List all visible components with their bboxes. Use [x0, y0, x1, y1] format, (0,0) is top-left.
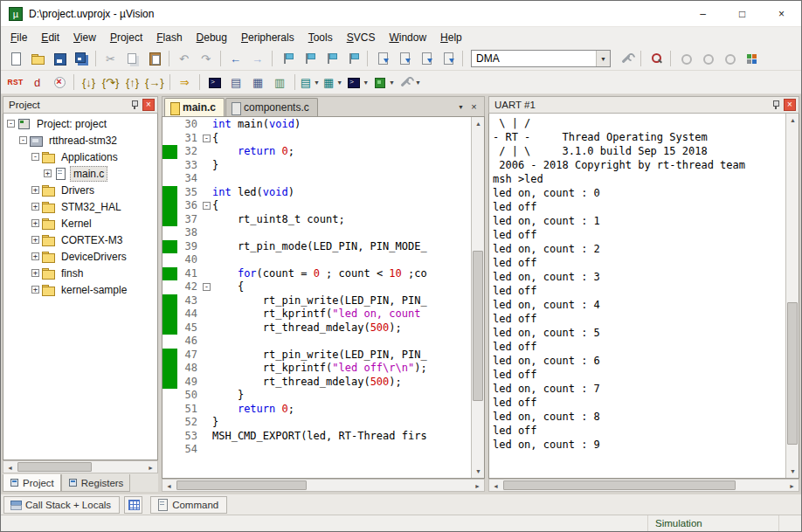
watch-windows-button[interactable]: ▤▼: [300, 73, 321, 92]
bookmark-next-button[interactable]: [321, 49, 341, 68]
start-stop-debug-button[interactable]: d: [27, 73, 47, 92]
code-text[interactable]: [212, 172, 471, 186]
collapse-icon[interactable]: -: [19, 136, 27, 144]
menu-edit[interactable]: Edit: [34, 29, 66, 46]
scroll-left-icon[interactable]: ◄: [162, 480, 176, 493]
collapse-icon[interactable]: -: [7, 120, 15, 128]
tree-item-drivers[interactable]: +Drivers: [3, 182, 157, 198]
bookmark-toggle-button[interactable]: [277, 49, 297, 68]
expand-icon[interactable]: +: [31, 236, 39, 244]
menu-peripherals[interactable]: Peripherals: [234, 29, 301, 46]
scrollbar-thumb[interactable]: [787, 302, 798, 445]
menu-tools[interactable]: Tools: [301, 29, 340, 46]
step-out-button[interactable]: {↑}: [122, 73, 142, 92]
scroll-left-icon[interactable]: ◄: [3, 461, 17, 474]
code-text[interactable]: int main(void): [212, 118, 471, 132]
step-into-button[interactable]: {↓}: [79, 73, 99, 92]
chevron-down-icon[interactable]: ▼: [314, 79, 320, 86]
undo-button[interactable]: ↶: [174, 49, 194, 68]
scroll-right-icon[interactable]: ►: [144, 461, 157, 474]
tree-item-stm32-hal[interactable]: +STM32_HAL: [3, 198, 157, 215]
fold-collapse-icon[interactable]: -: [203, 135, 211, 142]
expand-icon[interactable]: +: [31, 203, 39, 211]
menu-help[interactable]: Help: [433, 29, 469, 46]
code-text[interactable]: rt_thread_mdelay(500);: [212, 321, 471, 335]
expand-icon[interactable]: +: [31, 286, 39, 294]
command-tab[interactable]: Command: [150, 496, 227, 514]
uart-close-icon[interactable]: ×: [784, 99, 796, 111]
manage-rte-button[interactable]: [741, 49, 761, 68]
disassembly-window-button[interactable]: ▤: [226, 73, 246, 92]
scroll-up-icon[interactable]: ▲: [472, 117, 485, 130]
registers-window-button[interactable]: ▥: [270, 73, 290, 92]
fold-collapse-icon[interactable]: -: [203, 283, 211, 291]
expand-icon[interactable]: +: [31, 186, 39, 194]
code-text[interactable]: {: [212, 132, 471, 146]
collapse-icon[interactable]: -: [31, 153, 39, 161]
project-horizontal-scrollbar[interactable]: ◄ ►: [3, 460, 158, 473]
minimize-button[interactable]: –: [683, 1, 722, 26]
scroll-right-icon[interactable]: ►: [471, 480, 484, 493]
chevron-down-icon[interactable]: ▼: [336, 79, 342, 86]
bookmark-clear-button[interactable]: [342, 49, 363, 68]
symbol-window-button[interactable]: ▦: [248, 73, 268, 92]
cut-button[interactable]: ✂: [100, 49, 121, 68]
project-pin-icon[interactable]: [128, 99, 141, 111]
close-document-icon[interactable]: ×: [467, 100, 481, 114]
tree-item-project-project[interactable]: -Project: project: [3, 115, 157, 132]
code-text[interactable]: {: [212, 280, 471, 294]
scroll-down-icon[interactable]: ▼: [472, 465, 485, 478]
memory-windows-button[interactable]: ▦▼: [322, 73, 343, 92]
expand-icon[interactable]: +: [31, 269, 39, 277]
panel-tab-project[interactable]: Project: [3, 474, 61, 492]
breakpoint-insert-button[interactable]: [675, 49, 695, 68]
code-text[interactable]: rt_thread_mdelay(500);: [212, 376, 471, 390]
tree-item-devicedrivers[interactable]: +DeviceDrivers: [3, 248, 157, 265]
editor-tab-components-c[interactable]: components.c: [225, 98, 318, 116]
editor-vertical-scrollbar[interactable]: ▲ ▼: [471, 117, 484, 478]
menu-file[interactable]: File: [3, 29, 34, 46]
navigate-back-button[interactable]: ←: [225, 49, 245, 68]
code-text[interactable]: rt_pin_write(LED_PIN, PIN_: [212, 294, 471, 308]
expand-icon[interactable]: +: [31, 219, 39, 227]
close-button[interactable]: ×: [762, 1, 801, 26]
editor-horizontal-scrollbar[interactable]: ◄ ►: [162, 479, 485, 492]
scrollbar-thumb[interactable]: [473, 251, 483, 401]
scrollbar-thumb[interactable]: [503, 480, 736, 490]
build-button[interactable]: [394, 49, 414, 68]
chevron-down-icon[interactable]: ▼: [596, 51, 610, 66]
tree-item-rtthread-stm32[interactable]: -rtthread-stm32: [3, 132, 157, 149]
scroll-down-icon[interactable]: ▼: [786, 465, 799, 478]
tree-item-cortex-m3[interactable]: +CORTEX-M3: [3, 231, 157, 248]
target-options-button[interactable]: [616, 49, 636, 68]
tree-item-finsh[interactable]: +finsh: [3, 265, 157, 281]
chevron-down-icon[interactable]: ▼: [363, 79, 369, 86]
tree-item-kernel[interactable]: +Kernel: [3, 215, 157, 231]
code-text[interactable]: rt_uint8_t count;: [212, 213, 471, 227]
editor-tab-main-c[interactable]: main.c: [164, 98, 225, 116]
menu-flash[interactable]: Flash: [149, 29, 189, 46]
document-list-icon[interactable]: ▼: [454, 100, 467, 114]
menu-view[interactable]: View: [66, 29, 103, 46]
project-close-icon[interactable]: ×: [142, 99, 155, 111]
breakpoint-disable-button[interactable]: [697, 49, 717, 68]
expand-icon[interactable]: +: [31, 252, 39, 260]
step-over-button[interactable]: {↷}: [100, 73, 121, 92]
scroll-left-icon[interactable]: ◄: [489, 480, 502, 493]
save-all-button[interactable]: [71, 49, 91, 68]
menu-svcs[interactable]: SVCS: [340, 29, 383, 46]
redo-button[interactable]: ↷: [196, 49, 216, 68]
scrollbar-thumb[interactable]: [17, 462, 92, 472]
run-to-cursor-button[interactable]: {→}: [144, 73, 165, 92]
scrollbar-thumb[interactable]: [176, 480, 307, 490]
code-text[interactable]: return 0;: [212, 403, 471, 417]
rebuild-button[interactable]: [416, 49, 436, 68]
tree-item-main-c[interactable]: +main.c: [3, 165, 157, 182]
new-file-button[interactable]: [5, 49, 25, 68]
maximize-button[interactable]: □: [722, 1, 762, 26]
fold-collapse-icon[interactable]: -: [203, 202, 211, 210]
code-text[interactable]: [212, 226, 471, 240]
code-text[interactable]: int led(void): [212, 186, 471, 200]
tree-item-kernel-sample[interactable]: +kernel-sample: [3, 281, 157, 298]
scroll-up-icon[interactable]: ▲: [786, 114, 799, 127]
